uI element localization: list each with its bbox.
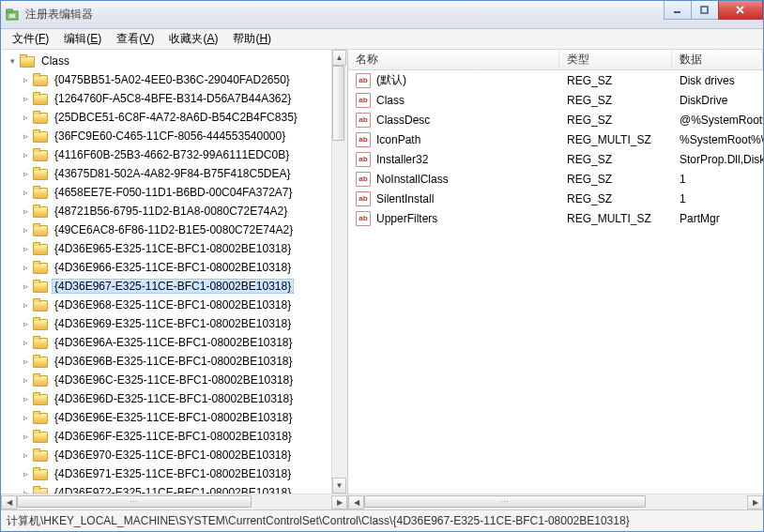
- tree-item[interactable]: ▹{4D36E96A-E325-11CE-BFC1-08002BE10318}: [3, 333, 347, 352]
- reg-string-icon: ab: [356, 152, 371, 167]
- value-name: IconPath: [376, 133, 420, 146]
- expand-icon[interactable]: ▹: [20, 94, 31, 103]
- expand-icon[interactable]: ▹: [20, 150, 31, 160]
- list-row[interactable]: abInstaller32REG_SZStorProp.Dll,DiskClas…: [348, 149, 763, 169]
- close-button[interactable]: [718, 1, 763, 20]
- tree-item[interactable]: ▹{4D36E968-E325-11CE-BFC1-08002BE10318}: [3, 296, 347, 314]
- expand-icon[interactable]: ▹: [20, 169, 31, 178]
- list-row[interactable]: abClassDescREG_SZ@%SystemRoot%\Syste: [348, 110, 763, 129]
- tree-item[interactable]: ▹{4D36E96D-E325-11CE-BFC1-08002BE10318}: [3, 389, 347, 408]
- tree-item[interactable]: ▹{43675D81-502A-4A82-9F84-B75F418C5DEA}: [3, 164, 347, 183]
- tree-item[interactable]: ▹{1264760F-A5C8-4BFE-B314-D56A7B44A362}: [3, 89, 347, 108]
- list-hscroll-thumb[interactable]: ···: [364, 495, 646, 508]
- expand-icon[interactable]: ▹: [20, 206, 31, 216]
- expand-icon[interactable]: ▹: [20, 244, 31, 253]
- menu-edit[interactable]: 编辑(E): [56, 29, 109, 49]
- folder-icon: [33, 242, 48, 255]
- expand-icon[interactable]: ▹: [20, 319, 31, 328]
- expand-icon[interactable]: ▹: [20, 300, 31, 310]
- expand-icon[interactable]: ▹: [20, 113, 31, 122]
- tree-label: {4D36E96B-E325-11CE-BFC1-08002BE10318}: [52, 354, 296, 369]
- expand-icon[interactable]: ▹: [20, 338, 31, 347]
- tree-root[interactable]: ▾Class: [3, 52, 347, 70]
- tree-item[interactable]: ▹{4D36E96F-E325-11CE-BFC1-08002BE10318}: [3, 427, 347, 446]
- folder-icon: [33, 298, 48, 312]
- scroll-down-icon[interactable]: ▼: [332, 478, 346, 494]
- expand-icon[interactable]: ▹: [20, 263, 31, 272]
- collapse-icon[interactable]: ▾: [7, 56, 18, 66]
- expand-icon[interactable]: ▹: [20, 225, 31, 235]
- tree-item[interactable]: ▹{4D36E970-E325-11CE-BFC1-08002BE10318}: [3, 446, 347, 464]
- tree-item[interactable]: ▹{49CE6AC8-6F86-11D2-B1E5-0080C72E74A2}: [3, 220, 347, 239]
- column-header-data[interactable]: 数据: [672, 50, 763, 69]
- tree-vscrollbar[interactable]: ▲ ▼: [331, 50, 347, 494]
- folder-icon: [33, 261, 48, 274]
- expand-icon[interactable]: ▹: [20, 469, 31, 479]
- expand-icon[interactable]: ▹: [20, 375, 31, 385]
- tree-item[interactable]: ▹{4D36E96C-E325-11CE-BFC1-08002BE10318}: [3, 371, 347, 389]
- tree-hscrollbar[interactable]: ◀ ··· ▶: [1, 494, 347, 509]
- menu-favorites[interactable]: 收藏夹(A): [161, 29, 225, 49]
- expand-icon[interactable]: ▹: [20, 281, 31, 291]
- tree-label: {4116F60B-25B3-4662-B732-99A6111EDC0B}: [52, 147, 292, 162]
- tree-item[interactable]: ▹{48721B56-6795-11D2-B1A8-0080C72E74A2}: [3, 202, 347, 220]
- tree-item[interactable]: ▹{4D36E966-E325-11CE-BFC1-08002BE10318}: [3, 258, 347, 277]
- list-row[interactable]: ab(默认)REG_SZDisk drives: [348, 70, 763, 90]
- tree-vscroll-thumb[interactable]: [332, 66, 344, 141]
- list-row[interactable]: abNoInstallClassREG_SZ1: [348, 169, 763, 189]
- tree-scroll[interactable]: ▾Class▹{0475BB51-5A02-4EE0-B36C-29040FAD…: [1, 50, 347, 494]
- expand-icon[interactable]: ▹: [20, 131, 31, 141]
- tree-item[interactable]: ▹{25DBCE51-6C8F-4A72-8A6D-B54C2B4FC835}: [3, 108, 347, 127]
- expand-icon[interactable]: ▹: [20, 188, 31, 197]
- list-row[interactable]: abClassREG_SZDiskDrive: [348, 90, 763, 110]
- expand-icon[interactable]: ▹: [20, 394, 31, 403]
- scroll-left-icon[interactable]: ◀: [1, 495, 17, 509]
- tree-item[interactable]: ▹{4D36E96E-E325-11CE-BFC1-08002BE10318}: [3, 408, 347, 427]
- tree-item[interactable]: ▹{4D36E969-E325-11CE-BFC1-08002BE10318}: [3, 314, 347, 333]
- list-pane: 名称 类型 数据 ab(默认)REG_SZDisk drivesabClassR…: [348, 50, 763, 509]
- tree-item[interactable]: ▹{4658EE7E-F050-11D1-B6BD-00C04FA372A7}: [3, 183, 347, 202]
- tree-item[interactable]: ▹{4D36E965-E325-11CE-BFC1-08002BE10318}: [3, 239, 347, 258]
- tree-item[interactable]: ▹{0475BB51-5A02-4EE0-B36C-29040FAD2650}: [3, 70, 347, 89]
- list-row[interactable]: abUpperFiltersREG_MULTI_SZPartMgr: [348, 208, 763, 228]
- expand-icon[interactable]: ▹: [20, 413, 31, 422]
- list-scroll[interactable]: 名称 类型 数据 ab(默认)REG_SZDisk drivesabClassR…: [348, 50, 763, 494]
- folder-icon: [33, 111, 48, 124]
- menu-view[interactable]: 查看(V): [109, 29, 161, 49]
- window-title: 注册表编辑器: [25, 7, 93, 23]
- value-data: Disk drives: [672, 74, 763, 87]
- value-name: UpperFilters: [376, 212, 437, 225]
- expand-icon[interactable]: ▹: [20, 432, 31, 441]
- list-hscrollbar[interactable]: ◀ ··· ▶: [348, 494, 763, 509]
- minimize-button[interactable]: [664, 1, 692, 20]
- tree-hscroll-thumb[interactable]: ···: [17, 495, 252, 508]
- expand-icon[interactable]: ▹: [20, 75, 31, 84]
- tree-item[interactable]: ▹{4D36E967-E325-11CE-BFC1-08002BE10318}: [3, 277, 347, 296]
- tree-item[interactable]: ▹{36FC9E60-C465-11CF-8056-444553540000}: [3, 127, 347, 145]
- value-name: (默认): [376, 72, 406, 88]
- scroll-left-icon[interactable]: ◀: [348, 495, 364, 509]
- tree-item[interactable]: ▹{4D36E971-E325-11CE-BFC1-08002BE10318}: [3, 464, 347, 483]
- menubar: 文件(F) 编辑(E) 查看(V) 收藏夹(A) 帮助(H): [1, 29, 763, 50]
- column-header-type[interactable]: 类型: [559, 50, 672, 69]
- menu-file[interactable]: 文件(F): [5, 29, 56, 49]
- menu-help[interactable]: 帮助(H): [225, 29, 279, 49]
- list-row[interactable]: abIconPathREG_MULTI_SZ%SystemRoot%\Syste…: [348, 129, 763, 149]
- value-name: ClassDesc: [376, 114, 430, 127]
- folder-icon: [33, 411, 48, 424]
- scroll-right-icon[interactable]: ▶: [747, 495, 763, 509]
- tree-item[interactable]: ▹{4D36E972-E325-11CE-BFC1-08002BE10318}: [3, 483, 347, 494]
- value-data: PartMgr: [672, 212, 763, 225]
- value-data: 1: [672, 173, 763, 186]
- scroll-right-icon[interactable]: ▶: [331, 495, 347, 509]
- value-type: REG_SZ: [559, 74, 672, 87]
- tree-label: {4D36E965-E325-11CE-BFC1-08002BE10318}: [52, 241, 294, 256]
- expand-icon[interactable]: ▹: [20, 450, 31, 460]
- column-header-name[interactable]: 名称: [348, 50, 559, 69]
- maximize-button[interactable]: [691, 1, 719, 20]
- tree-item[interactable]: ▹{4116F60B-25B3-4662-B732-99A6111EDC0B}: [3, 145, 347, 164]
- scroll-up-icon[interactable]: ▲: [332, 50, 346, 66]
- tree-item[interactable]: ▹{4D36E96B-E325-11CE-BFC1-08002BE10318}: [3, 352, 347, 371]
- expand-icon[interactable]: ▹: [20, 357, 31, 366]
- list-row[interactable]: abSilentInstallREG_SZ1: [348, 189, 763, 208]
